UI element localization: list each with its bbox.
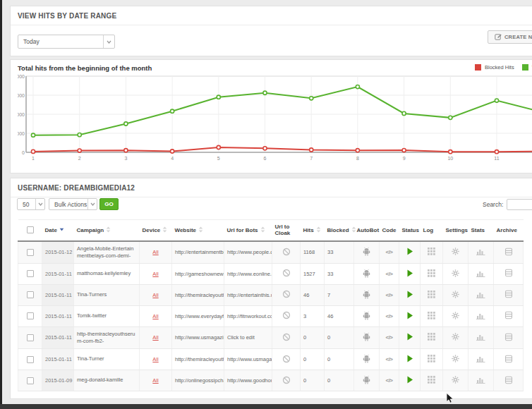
android-robot-icon[interactable] (362, 336, 371, 343)
column-header-blocked[interactable]: Blocked (325, 220, 354, 241)
data-point[interactable] (310, 97, 313, 100)
device-link[interactable]: All (152, 313, 158, 319)
row-checkbox[interactable] (27, 270, 34, 277)
device-link[interactable]: All (152, 249, 158, 255)
android-robot-icon[interactable] (362, 294, 371, 300)
data-point[interactable] (310, 148, 313, 152)
search-input[interactable] (507, 199, 532, 210)
data-point[interactable] (124, 122, 128, 126)
data-point[interactable] (217, 145, 220, 149)
device-link[interactable]: All (152, 271, 158, 277)
date-range-select[interactable]: Today (18, 35, 115, 49)
play-icon[interactable] (406, 250, 413, 257)
select-all-checkbox[interactable] (27, 226, 34, 233)
data-point[interactable] (402, 148, 406, 152)
bar-chart-icon[interactable] (476, 293, 485, 300)
data-point[interactable] (217, 95, 220, 99)
gear-icon[interactable] (452, 358, 459, 364)
data-point[interactable] (263, 91, 267, 94)
bar-chart-icon[interactable] (476, 272, 485, 279)
row-checkbox[interactable] (27, 334, 34, 341)
data-point[interactable] (78, 149, 81, 152)
grid-icon[interactable] (428, 336, 435, 342)
grid-icon[interactable] (428, 358, 435, 364)
archive-box-icon[interactable] (504, 251, 513, 257)
archive-box-icon[interactable] (504, 379, 513, 386)
row-checkbox[interactable] (27, 312, 34, 319)
device-link[interactable]: All (152, 292, 158, 298)
device-link[interactable]: All (152, 377, 158, 384)
bar-chart-icon[interactable] (476, 336, 485, 342)
code-icon[interactable]: </> (385, 313, 392, 319)
data-point[interactable] (449, 116, 452, 119)
create-new-campaign-button[interactable]: CREATE NEW CAMPAIGN (488, 30, 532, 44)
android-robot-icon[interactable] (362, 273, 371, 279)
data-point[interactable] (78, 133, 81, 137)
data-point[interactable] (124, 149, 128, 152)
column-header-date[interactable]: Date (42, 220, 74, 241)
device-link[interactable]: All (152, 334, 158, 341)
data-point[interactable] (171, 149, 174, 153)
data-point[interactable] (356, 149, 359, 152)
ban-icon[interactable] (282, 379, 291, 386)
data-point[interactable] (449, 150, 452, 154)
grid-icon[interactable] (428, 315, 435, 321)
gear-icon[interactable] (452, 293, 459, 300)
data-point[interactable] (495, 99, 498, 102)
play-icon[interactable] (406, 272, 413, 279)
grid-icon[interactable] (428, 293, 435, 300)
android-robot-icon[interactable] (362, 379, 371, 386)
row-checkbox[interactable] (27, 377, 34, 384)
column-header-website[interactable]: Website (172, 220, 224, 241)
bar-chart-icon[interactable] (476, 379, 485, 385)
data-point[interactable] (402, 111, 406, 115)
grid-icon[interactable] (428, 272, 435, 279)
gear-icon[interactable] (452, 315, 459, 321)
bar-chart-icon[interactable] (476, 315, 485, 321)
data-point[interactable] (263, 147, 267, 150)
grid-icon[interactable] (428, 250, 435, 257)
archive-box-icon[interactable] (504, 315, 513, 321)
gear-icon[interactable] (452, 379, 459, 385)
go-button[interactable]: GO (99, 198, 119, 210)
gear-icon[interactable] (452, 250, 459, 257)
code-icon[interactable]: </> (385, 377, 392, 384)
device-link[interactable]: All (152, 356, 158, 362)
ban-icon[interactable] (282, 336, 291, 343)
code-icon[interactable]: </> (385, 249, 392, 255)
gear-icon[interactable] (452, 272, 459, 279)
code-icon[interactable]: </> (385, 271, 392, 277)
play-icon[interactable] (406, 379, 413, 385)
archive-box-icon[interactable] (504, 272, 513, 279)
bulk-actions-select[interactable]: Bulk Actions (49, 198, 97, 210)
data-point[interactable] (31, 149, 35, 153)
row-checkbox[interactable] (27, 249, 34, 256)
code-icon[interactable]: </> (385, 356, 392, 362)
archive-box-icon[interactable] (504, 358, 513, 365)
android-robot-icon[interactable] (362, 251, 371, 257)
gear-icon[interactable] (452, 336, 459, 342)
bar-chart-icon[interactable] (476, 358, 485, 364)
cell-url-for-bots[interactable]: Click to edit (224, 326, 272, 348)
grid-icon[interactable] (428, 379, 435, 385)
data-point[interactable] (495, 150, 498, 154)
play-icon[interactable] (406, 358, 413, 364)
column-header-campaign[interactable]: Campaign (74, 220, 140, 241)
archive-box-icon[interactable] (504, 293, 513, 300)
ban-icon[interactable] (282, 315, 291, 321)
ban-icon[interactable] (282, 293, 291, 300)
data-point[interactable] (356, 85, 359, 89)
android-robot-icon[interactable] (362, 358, 371, 365)
column-header-hits[interactable]: Hits (301, 220, 325, 241)
android-robot-icon[interactable] (362, 315, 371, 322)
play-icon[interactable] (406, 315, 413, 321)
ban-icon[interactable] (282, 251, 291, 257)
ban-icon[interactable] (282, 358, 291, 365)
row-checkbox[interactable] (27, 291, 34, 298)
page-size-select[interactable]: 50 (17, 198, 45, 210)
code-icon[interactable]: </> (385, 334, 392, 341)
code-icon[interactable]: </> (385, 292, 392, 298)
ban-icon[interactable] (282, 272, 291, 279)
play-icon[interactable] (406, 293, 413, 300)
data-point[interactable] (171, 109, 174, 113)
